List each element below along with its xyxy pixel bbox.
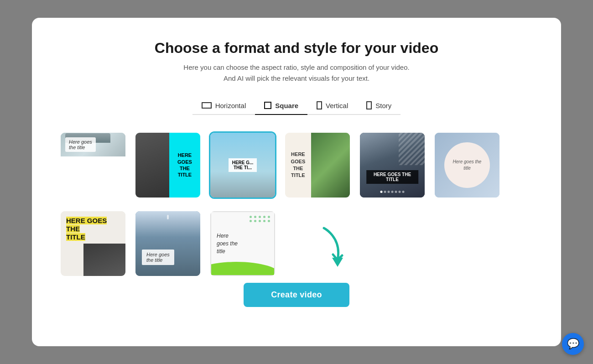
dot-2 bbox=[384, 191, 386, 193]
arrow-icon bbox=[315, 224, 351, 274]
template-person[interactable]: HEREGOESTHETITLE bbox=[134, 131, 202, 199]
green-dots-pattern bbox=[250, 216, 270, 222]
create-video-button[interactable]: Create video bbox=[244, 283, 349, 307]
gdot-1 bbox=[250, 216, 252, 218]
gdot-5 bbox=[268, 216, 270, 218]
lake-label: Here goesthe title bbox=[142, 250, 174, 265]
create-button-wrap: Create video bbox=[59, 283, 534, 307]
tab-story-label: Story bbox=[375, 102, 391, 109]
yellow-label: HERE GOES THE TITLE bbox=[66, 217, 120, 241]
dot-1 bbox=[380, 191, 383, 193]
modal-title: Choose a format and style for your video bbox=[155, 40, 438, 57]
vertical-icon bbox=[317, 101, 322, 109]
template-bridge[interactable]: HERE G...THE TI... bbox=[209, 131, 276, 199]
gdot-10 bbox=[268, 220, 270, 222]
gdot-9 bbox=[263, 220, 265, 222]
yellow-bottom bbox=[61, 244, 125, 276]
dot-7 bbox=[402, 191, 405, 193]
tab-horizontal-label: Horizontal bbox=[215, 102, 246, 109]
templates-section: Here goesthe title HEREGOESTHETITLE HERE bbox=[59, 131, 534, 277]
templates-row-1: Here goesthe title HEREGOESTHETITLE HERE bbox=[59, 131, 534, 199]
circle-center: Here goes thetitle bbox=[435, 133, 499, 198]
circle-label: Here goes thetitle bbox=[453, 159, 482, 172]
lake-pin bbox=[167, 215, 169, 219]
template-yellow-title[interactable]: HERE GOES THE TITLE bbox=[59, 210, 127, 277]
dot-3 bbox=[388, 191, 390, 193]
mountain-label: HERE GOES THETITLE bbox=[366, 170, 418, 184]
template-kitchen[interactable]: Here goesthe title bbox=[59, 131, 127, 199]
kitchen-label: Here goesthe title bbox=[65, 137, 96, 152]
dot-6 bbox=[399, 191, 401, 193]
yellow-highlight-2: TITLE bbox=[66, 233, 85, 241]
arrow-container bbox=[315, 224, 351, 276]
template-circle[interactable]: Here goes thetitle bbox=[433, 131, 501, 199]
template-lake[interactable]: Here goesthe title bbox=[134, 210, 202, 277]
chat-bubble-button[interactable]: 💬 bbox=[562, 333, 584, 355]
tab-story[interactable]: Story bbox=[357, 99, 401, 115]
gdot-2 bbox=[254, 216, 256, 218]
tab-vertical-label: Vertical bbox=[326, 102, 348, 109]
mountain-stripes bbox=[399, 133, 425, 165]
template-green[interactable]: Heregoes thetitle bbox=[209, 210, 276, 277]
modal-container: Choose a format and style for your video… bbox=[32, 18, 561, 346]
person-text-bg: HEREGOESTHETITLE bbox=[169, 133, 200, 198]
gdot-3 bbox=[259, 216, 261, 218]
square-icon bbox=[264, 102, 271, 109]
yellow-top: HERE GOES THE TITLE bbox=[61, 211, 125, 247]
yellow-photo bbox=[83, 244, 125, 276]
dot-5 bbox=[395, 191, 397, 193]
tab-square-label: Square bbox=[275, 102, 298, 109]
person-photo bbox=[135, 133, 171, 198]
lake-bg bbox=[135, 211, 200, 276]
house-photo bbox=[311, 133, 350, 198]
house-left: HEREGOESTHETITLE bbox=[285, 133, 311, 198]
bridge-label: HERE G...THE TI... bbox=[229, 158, 257, 172]
horizontal-icon bbox=[202, 102, 212, 109]
house-label: HEREGOESTHETITLE bbox=[291, 151, 306, 179]
gdot-8 bbox=[259, 220, 261, 222]
person-label: HEREGOESTHETITLE bbox=[177, 152, 192, 178]
circle-bg: Here goes thetitle bbox=[444, 142, 490, 188]
mountain-dots bbox=[380, 191, 405, 193]
green-splash bbox=[211, 253, 274, 275]
templates-row-2: HERE GOES THE TITLE Here goesthe title bbox=[59, 210, 534, 277]
gdot-7 bbox=[254, 220, 256, 222]
gdot-4 bbox=[263, 216, 265, 218]
green-label: Heregoes thetitle bbox=[217, 232, 238, 255]
yellow-highlight-1: HERE GOES THE bbox=[66, 217, 107, 233]
format-tabs: Horizontal Square Vertical Story bbox=[192, 99, 401, 115]
subtitle-line2: And AI will pick the relevant visuals fo… bbox=[224, 74, 369, 82]
tab-vertical[interactable]: Vertical bbox=[307, 99, 357, 115]
gdot-6 bbox=[250, 220, 252, 222]
chat-icon: 💬 bbox=[567, 338, 579, 350]
modal-subtitle: Here you can choose the aspect ratio, st… bbox=[183, 62, 409, 84]
tab-horizontal[interactable]: Horizontal bbox=[192, 99, 255, 115]
template-house[interactable]: HEREGOESTHETITLE bbox=[284, 131, 351, 199]
tab-square[interactable]: Square bbox=[255, 99, 307, 115]
dot-4 bbox=[391, 191, 394, 193]
story-icon bbox=[366, 101, 372, 109]
svg-marker-0 bbox=[332, 258, 343, 267]
template-mountain[interactable]: HERE GOES THETITLE bbox=[359, 131, 426, 199]
subtitle-line1: Here you can choose the aspect ratio, st… bbox=[183, 63, 409, 71]
bridge-label-wrap: HERE G...THE TI... bbox=[210, 133, 275, 198]
